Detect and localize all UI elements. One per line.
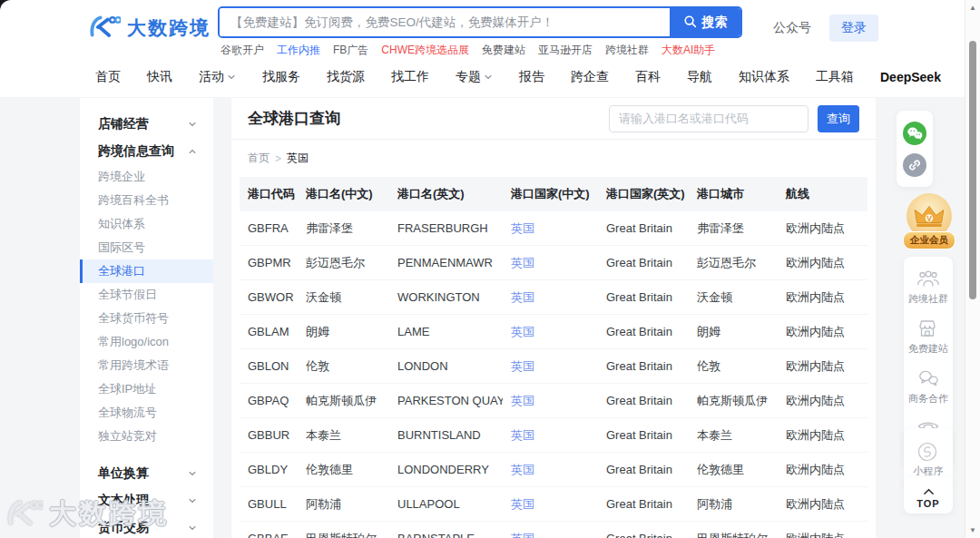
scrollbar-thumb[interactable] — [969, 41, 976, 299]
quick-link[interactable]: 免费建站 — [482, 43, 525, 58]
table-cell: 伦敦德里 — [298, 453, 389, 487]
table-cell: PENMAENMAWR — [389, 246, 503, 280]
nav-item[interactable]: 跨企查 — [571, 69, 609, 85]
rail-tool[interactable]: 免费建站 — [904, 311, 953, 361]
country-link[interactable]: 英国 — [511, 359, 534, 373]
rail-tool-label: 商务合作 — [908, 392, 948, 406]
sidebar-item[interactable]: 独立站竞对 — [80, 425, 213, 448]
rail-tool[interactable]: 跨境社群 — [904, 261, 953, 311]
cell-country-cn: 英国 — [503, 384, 598, 418]
nav-item[interactable]: 知识体系 — [739, 69, 789, 85]
table-cell: 欧洲内陆点 — [778, 280, 867, 315]
nav-item-label: 导航 — [687, 69, 712, 85]
quick-link[interactable]: 工作内推 — [277, 43, 320, 58]
country-link[interactable]: 英国 — [511, 221, 534, 235]
breadcrumb: 首页 > 英国 — [231, 140, 876, 175]
nav-item[interactable]: 导航 — [687, 69, 712, 85]
quick-link[interactable]: FB广告 — [333, 43, 368, 58]
nav-item[interactable]: 找工作 — [391, 69, 429, 85]
country-link[interactable]: 英国 — [511, 428, 534, 442]
table-cell: 帕克斯顿瓜伊 — [298, 384, 389, 418]
quick-link[interactable]: 亚马逊开店 — [538, 43, 593, 58]
country-link[interactable]: 英国 — [511, 532, 534, 538]
sidebar-item[interactable]: 跨境百科全书 — [80, 189, 213, 212]
table-cell: BARNSTAPLE — [389, 522, 503, 538]
quick-link[interactable]: 谷歌开户 — [220, 43, 264, 58]
quick-link[interactable]: CHWE跨境选品展 — [381, 43, 469, 58]
scrollbar-down-arrow[interactable]: ▼ — [965, 526, 980, 534]
wechat-icon[interactable] — [903, 122, 926, 145]
sidebar-item[interactable]: 常用跨境术语 — [80, 354, 213, 377]
rail-tool[interactable]: 商务合作 — [904, 361, 953, 411]
nav-item[interactable]: DeepSeek — [880, 70, 941, 84]
sidebar-item[interactable]: 全球节假日 — [80, 283, 213, 307]
country-link[interactable]: 英国 — [511, 497, 534, 511]
table-cell: 本泰兰 — [298, 418, 389, 453]
page-scrollbar[interactable]: ▲ ▼ — [965, 0, 980, 538]
sidebar-item[interactable]: 跨境企业 — [80, 165, 213, 189]
chevron-up-icon — [188, 147, 197, 156]
table-cell: 欧洲内陆点 — [778, 487, 867, 522]
sidebar-item[interactable]: 全球IP地址 — [80, 377, 213, 401]
header-search-input[interactable] — [220, 8, 670, 36]
breadcrumb-home[interactable]: 首页 — [248, 151, 270, 166]
port-search-input[interactable] — [609, 105, 808, 132]
table-row: GBFRA弗雷泽堡FRASERBURGH英国Great Britain弗雷泽堡欧… — [240, 211, 867, 246]
brand-logo[interactable]: 大数跨境 — [86, 13, 211, 44]
watermark-logo-icon — [4, 497, 44, 532]
chat-icon — [916, 368, 940, 388]
country-link[interactable]: 英国 — [511, 290, 534, 304]
mini-program-icon — [916, 441, 940, 461]
link-icon[interactable] — [903, 153, 926, 177]
sidebar-section[interactable]: 店铺经营 — [80, 111, 213, 138]
nav-item[interactable]: 首页 — [95, 69, 121, 85]
nav-item[interactable]: 活动 — [199, 69, 236, 85]
country-link[interactable]: 英国 — [511, 256, 534, 269]
quick-link[interactable]: 跨境社群 — [605, 43, 649, 58]
table-row: GBPMR彭迈恩毛尔PENMAENMAWR英国Great Britain彭迈恩毛… — [240, 246, 867, 280]
table-row: GBWOR沃金顿WORKINGTON英国Great Britain沃金顿欧洲内陆… — [240, 280, 867, 315]
sidebar-item[interactable]: 常用logo/icon — [80, 330, 213, 354]
official-account-link[interactable]: 公众号 — [773, 20, 811, 36]
country-link[interactable]: 英国 — [511, 325, 534, 338]
table-cell: GBLDY — [240, 453, 298, 487]
country-link[interactable]: 英国 — [511, 394, 534, 407]
sidebar-section[interactable]: 货币交易 — [80, 514, 213, 538]
search-button-label: 搜索 — [702, 15, 728, 31]
cell-country-cn: 英国 — [503, 487, 598, 522]
query-button[interactable]: 查询 — [818, 105, 859, 132]
cell-country-cn: 英国 — [503, 418, 598, 453]
nav-item[interactable]: 专题 — [456, 69, 493, 85]
table-cell: 巴恩斯特珀尔 — [689, 522, 778, 538]
nav-item[interactable]: 找货源 — [327, 69, 365, 85]
nav-item[interactable]: 百科 — [635, 69, 661, 85]
quick-link[interactable]: 大数AI助手 — [662, 43, 715, 58]
sidebar-item[interactable]: 国际区号 — [80, 236, 213, 259]
sidebar-section[interactable]: 跨境信息查询 — [80, 138, 213, 165]
mini-program-label: 小程序 — [914, 465, 944, 478]
sidebar-item[interactable]: 知识体系 — [80, 212, 213, 236]
sidebar-item[interactable]: 全球物流号 — [80, 401, 213, 425]
header-search-button[interactable]: 搜索 — [670, 8, 740, 36]
table-cell: 弗雷泽堡 — [298, 211, 389, 246]
nav-item[interactable]: 找服务 — [262, 69, 300, 85]
sidebar-item[interactable]: 全球港口 — [80, 259, 213, 283]
nav-item[interactable]: 报告 — [519, 69, 544, 85]
nav-item-label: 快讯 — [147, 69, 172, 85]
table-cell: 欧洲内陆点 — [778, 453, 867, 487]
login-button[interactable]: 登录 — [829, 15, 878, 42]
sidebar-item[interactable]: 全球货币符号 — [80, 307, 213, 330]
sidebar-section[interactable]: 文本处理 — [80, 487, 213, 514]
table-cell: 欧洲内陆点 — [778, 522, 867, 538]
country-link[interactable]: 英国 — [511, 463, 534, 476]
enterprise-member-badge[interactable]: V 企业会员 — [902, 192, 956, 262]
sidebar-section[interactable]: 单位换算 — [80, 460, 213, 487]
nav-item-label: 找货源 — [327, 69, 365, 85]
scrollbar-up-arrow[interactable]: ▲ — [965, 4, 980, 12]
back-to-top-label: TOP — [916, 498, 939, 509]
nav-item[interactable]: 工具箱 — [816, 69, 854, 85]
back-to-top-button[interactable]: TOP — [904, 477, 953, 514]
table-cell: GBBAE — [240, 522, 298, 538]
nav-item[interactable]: 快讯 — [147, 69, 172, 85]
mini-program-button[interactable]: 小程序 — [904, 434, 953, 484]
